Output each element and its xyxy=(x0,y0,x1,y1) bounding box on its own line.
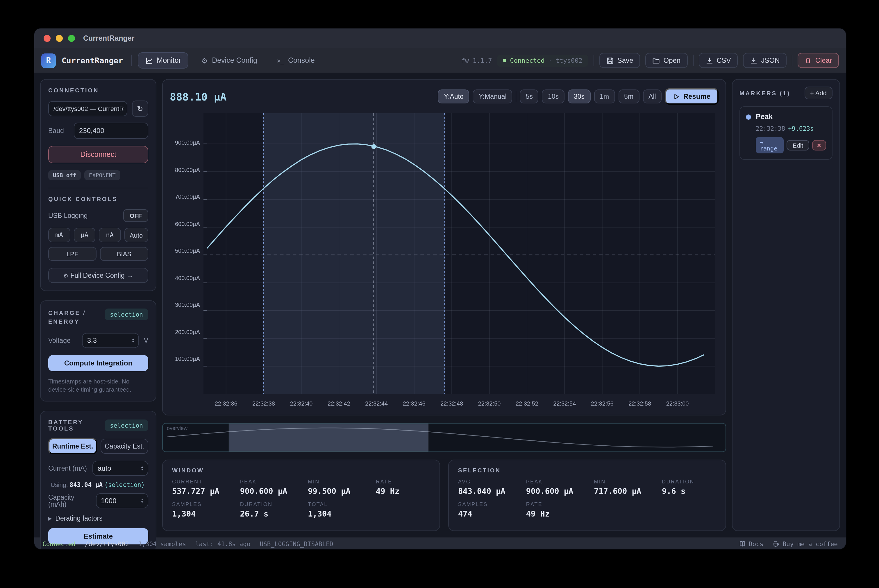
tab-monitor[interactable]: Monitor xyxy=(137,52,188,69)
csv-label: CSV xyxy=(717,56,731,64)
voltage-unit: V xyxy=(144,337,148,344)
open-button[interactable]: Open xyxy=(646,53,688,68)
overview-label: overview xyxy=(167,425,188,431)
range-na-button[interactable]: nA xyxy=(99,228,121,242)
current-ma-select[interactable]: auto ▴▾ xyxy=(92,461,148,476)
save-button[interactable]: Save xyxy=(600,53,640,68)
y-axis-label: 100.00µA xyxy=(175,356,200,362)
stat-min: MIN717.600 µA xyxy=(594,479,662,496)
tab-capacity-est[interactable]: Capacity Est. xyxy=(101,439,148,454)
connection-card: CONNECTION /dev/ttys002 — CurrentR ↻ Bau… xyxy=(40,79,156,291)
y-axis-label: 500.00µA xyxy=(175,248,200,254)
baud-input[interactable]: 230,400 xyxy=(74,123,148,139)
y-axis-label: 900.00µA xyxy=(175,140,200,146)
stat-rate: RATE49 Hz xyxy=(376,479,430,496)
range-1m-button[interactable]: 1m xyxy=(594,90,615,104)
edit-marker-button[interactable]: Edit xyxy=(787,140,809,150)
toolbar: R CurrentRanger Monitor ⚙ Device Config … xyxy=(34,48,846,73)
tab-device-config[interactable]: ⚙ Device Config xyxy=(194,52,264,68)
y-manual-button[interactable]: Y:Manual xyxy=(473,90,512,104)
stat-avg: AVG843.040 µA xyxy=(458,479,526,496)
toolbar-divider xyxy=(693,55,693,66)
stepper-icon[interactable]: ▴▾ xyxy=(141,498,143,504)
marker-item[interactable]: Peak 22:32:38+9.623s ↔ range Edit × xyxy=(739,106,832,160)
current-ma-value: auto xyxy=(98,465,111,472)
usb-logging-toggle[interactable]: OFF xyxy=(123,209,148,222)
lpf-toggle[interactable]: LPF xyxy=(48,247,96,261)
x-axis-label: 22:32:40 xyxy=(290,400,313,407)
capacity-value: 1000 xyxy=(101,497,116,505)
x-axis-label: 22:32:56 xyxy=(591,400,614,407)
traffic-lights xyxy=(44,35,75,42)
x-axis-label: 22:32:54 xyxy=(553,400,576,407)
stat-samples: SAMPLES474 xyxy=(458,501,526,518)
zoom-window-button[interactable] xyxy=(68,35,75,42)
status-connection: Connected xyxy=(42,540,75,548)
y-axis-label: 400.00µA xyxy=(175,275,200,281)
tab-console[interactable]: >_ Console xyxy=(270,53,322,68)
x-axis-label: 22:32:52 xyxy=(515,400,538,407)
x-axis-label: 22:32:48 xyxy=(440,400,463,407)
compute-integration-button[interactable]: Compute Integration xyxy=(48,355,148,371)
voltage-stepper[interactable]: 3.3 ▴▾ xyxy=(82,333,139,348)
disconnect-button[interactable]: Disconnect xyxy=(48,146,148,163)
stepper-icon[interactable]: ▴▾ xyxy=(141,466,143,471)
gear-icon: ⚙ xyxy=(201,56,208,65)
range-ua-button[interactable]: µA xyxy=(74,228,95,242)
full-device-config-button[interactable]: ⚙ Full Device Config → xyxy=(48,268,148,283)
range-ma-button[interactable]: mA xyxy=(48,228,70,242)
book-icon xyxy=(739,540,746,548)
window-stats-title: WINDOW xyxy=(172,467,430,474)
voltage-value: 3.3 xyxy=(87,336,97,345)
play-icon xyxy=(673,93,680,100)
stat-duration: DURATION9.6 s xyxy=(662,479,716,496)
refresh-icon: ↻ xyxy=(137,104,143,113)
y-axis-label: 200.00µA xyxy=(175,329,200,335)
baud-label: Baud xyxy=(48,127,69,134)
derating-toggle[interactable]: ▶ Derating factors xyxy=(48,515,148,522)
docs-link[interactable]: Docs xyxy=(739,540,763,548)
range-auto-button[interactable]: Auto xyxy=(124,228,148,242)
range-10s-button[interactable]: 10s xyxy=(542,90,565,104)
download-icon xyxy=(750,57,758,64)
save-icon xyxy=(606,57,614,64)
minimize-window-button[interactable] xyxy=(56,35,63,42)
tab-runtime-est[interactable]: Runtime Est. xyxy=(48,438,97,454)
tab-device-config-label: Device Config xyxy=(212,56,257,64)
stat-samples: SAMPLES1,304 xyxy=(172,501,240,518)
bias-toggle[interactable]: BIAS xyxy=(100,247,148,261)
export-csv-button[interactable]: CSV xyxy=(699,53,738,68)
add-marker-button[interactable]: + Add xyxy=(804,87,832,99)
clear-button[interactable]: Clear xyxy=(798,53,839,68)
buy-coffee-link[interactable]: Buy me a coffee xyxy=(772,540,838,548)
collapsed-arrow-icon: ▶ xyxy=(48,516,52,521)
export-json-button[interactable]: JSON xyxy=(743,53,787,68)
app-logo-icon: R xyxy=(41,53,56,68)
range-5m-button[interactable]: 5m xyxy=(618,90,639,104)
x-axis-label: 22:32:38 xyxy=(252,400,275,407)
chart-plot[interactable] xyxy=(203,113,715,394)
y-axis-label: 700.00µA xyxy=(175,194,200,200)
range-30s-button[interactable]: 30s xyxy=(568,90,591,104)
capacity-input[interactable]: 1000 ▴▾ xyxy=(96,494,148,509)
y-auto-button[interactable]: Y:Auto xyxy=(438,90,469,104)
delete-marker-button[interactable]: × xyxy=(812,140,826,150)
exponent-badge: EXPONENT xyxy=(84,170,120,180)
left-sidebar: CONNECTION /dev/ttys002 — CurrentR ↻ Bau… xyxy=(40,79,156,531)
overview-strip[interactable]: overview xyxy=(162,423,726,452)
stepper-icon[interactable]: ▴▾ xyxy=(132,338,134,344)
resume-label: Resume xyxy=(684,92,711,100)
toolbar-divider xyxy=(131,55,132,66)
stat-min: MIN99.500 µA xyxy=(308,479,376,496)
close-window-button[interactable] xyxy=(44,35,51,42)
x-axis-label: 22:32:50 xyxy=(478,400,501,407)
range-all-button[interactable]: All xyxy=(643,90,662,104)
resume-button[interactable]: Resume xyxy=(666,88,718,105)
y-axis: 900.00µA800.00µA700.00µA600.00µA500.00µA… xyxy=(170,113,202,394)
status-usb-logging: USB_LOGGING_DISABLED xyxy=(260,540,334,548)
range-5s-button[interactable]: 5s xyxy=(520,90,539,104)
coffee-label: Buy me a coffee xyxy=(783,540,838,548)
titlebar: CurrentRanger xyxy=(34,28,846,48)
refresh-ports-button[interactable]: ↻ xyxy=(132,100,148,117)
serial-port-select[interactable]: /dev/ttys002 — CurrentR xyxy=(48,101,127,116)
